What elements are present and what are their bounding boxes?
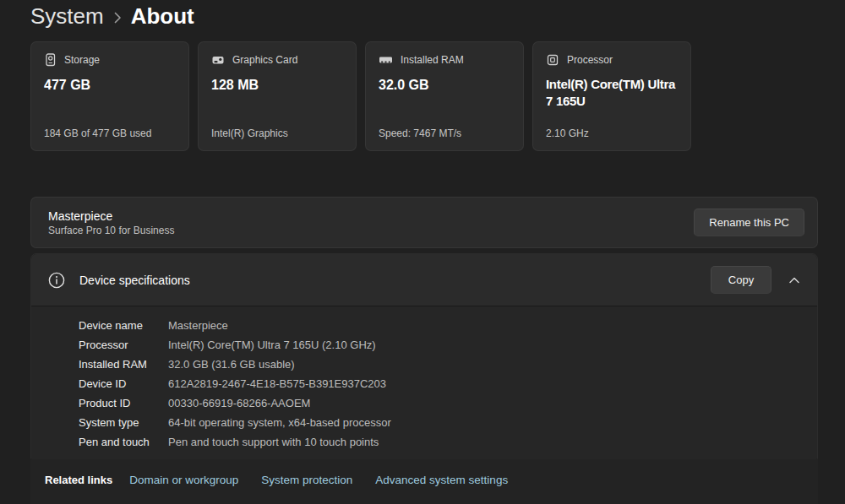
spec-row: System type 64-bit operating system, x64… bbox=[79, 413, 817, 432]
spec-row: Product ID 00330-66919-68266-AAOEM bbox=[79, 393, 817, 413]
spec-label: Pen and touch bbox=[79, 436, 168, 447]
card-caption: Speed: 7467 MT/s bbox=[379, 127, 461, 139]
spec-label: Device name bbox=[79, 320, 168, 331]
spec-row: Pen and touch Pen and touch support with… bbox=[79, 432, 817, 452]
card-label: Storage bbox=[64, 54, 100, 66]
card-value: 32.0 GB bbox=[379, 76, 510, 94]
card-value: 128 MB bbox=[211, 76, 343, 94]
card-value: Intel(R) Core(TM) Ultra 7 165U bbox=[546, 76, 678, 110]
related-links-label: Related links bbox=[45, 474, 112, 486]
breadcrumb: System About bbox=[30, 0, 194, 32]
spec-value: 64-bit operating system, x64-based proce… bbox=[168, 417, 391, 428]
card-label: Processor bbox=[567, 54, 613, 66]
device-name: Masterpiece bbox=[48, 209, 174, 224]
spec-row: Installed RAM 32.0 GB (31.6 GB usable) bbox=[79, 355, 817, 374]
spec-value: 00330-66919-68266-AAOEM bbox=[168, 398, 310, 409]
card-label: Installed RAM bbox=[401, 54, 464, 66]
spec-row: Processor Intel(R) Core(TM) Ultra 7 165U… bbox=[79, 335, 817, 355]
ram-icon bbox=[379, 53, 393, 67]
spec-label: System type bbox=[79, 417, 168, 428]
spec-label: Installed RAM bbox=[79, 359, 168, 370]
device-name-panel: Masterpiece Surface Pro 10 for Business … bbox=[30, 197, 818, 248]
spec-value: Masterpiece bbox=[168, 320, 228, 331]
gpu-icon bbox=[211, 53, 225, 67]
device-model: Surface Pro 10 for Business bbox=[48, 224, 174, 237]
spec-label: Product ID bbox=[79, 398, 168, 409]
storage-icon bbox=[44, 53, 57, 67]
card-value: 477 GB bbox=[44, 76, 176, 94]
card-caption: Intel(R) Graphics bbox=[211, 127, 288, 139]
graphics-card: Graphics Card 128 MB Intel(R) Graphics bbox=[198, 41, 357, 151]
spec-value: Intel(R) Core(TM) Ultra 7 165U (2.10 GHz… bbox=[168, 339, 376, 350]
storage-card: Storage 477 GB 184 GB of 477 GB used bbox=[30, 41, 189, 151]
link-advanced-system-settings[interactable]: Advanced system settings bbox=[375, 474, 508, 486]
device-specifications-expander: Device specifications Copy Device name M… bbox=[30, 253, 818, 463]
device-specifications-body: Device name Masterpiece Processor Intel(… bbox=[31, 306, 817, 463]
spec-label: Processor bbox=[79, 339, 168, 350]
copy-button[interactable]: Copy bbox=[711, 266, 771, 294]
processor-card: Processor Intel(R) Core(TM) Ultra 7 165U… bbox=[532, 41, 691, 151]
card-label: Graphics Card bbox=[232, 54, 297, 66]
card-caption: 184 GB of 477 GB used bbox=[44, 127, 151, 139]
settings-about-page: System About Storage 477 GB 184 GB of 47… bbox=[0, 0, 845, 504]
device-specifications-title: Device specifications bbox=[79, 274, 190, 287]
device-specifications-header[interactable]: Device specifications Copy bbox=[31, 254, 817, 306]
link-system-protection[interactable]: System protection bbox=[261, 474, 352, 486]
spec-row: Device name Masterpiece bbox=[79, 316, 817, 335]
related-links: Related links Domain or workgroup System… bbox=[45, 469, 531, 490]
chevron-up-icon[interactable] bbox=[786, 274, 803, 287]
info-cards: Storage 477 GB 184 GB of 477 GB used Gra… bbox=[30, 41, 691, 151]
spec-value: Pen and touch support with 10 touch poin… bbox=[168, 436, 379, 447]
processor-icon bbox=[546, 53, 559, 67]
ram-card: Installed RAM 32.0 GB Speed: 7467 MT/s bbox=[365, 41, 524, 151]
link-domain-or-workgroup[interactable]: Domain or workgroup bbox=[129, 474, 238, 486]
breadcrumb-system[interactable]: System bbox=[30, 3, 104, 30]
breadcrumb-about: About bbox=[131, 3, 194, 30]
spec-value: 32.0 GB (31.6 GB usable) bbox=[168, 359, 295, 370]
spec-row: Device ID 612A2819-2467-4E18-B575-B391E9… bbox=[79, 374, 817, 393]
spec-label: Device ID bbox=[79, 378, 168, 389]
info-icon bbox=[48, 272, 65, 289]
rename-pc-button[interactable]: Rename this PC bbox=[694, 209, 804, 236]
spec-value: 612A2819-2467-4E18-B575-B391E937C203 bbox=[168, 378, 386, 389]
chevron-right-icon bbox=[113, 11, 122, 24]
card-caption: 2.10 GHz bbox=[546, 127, 589, 139]
